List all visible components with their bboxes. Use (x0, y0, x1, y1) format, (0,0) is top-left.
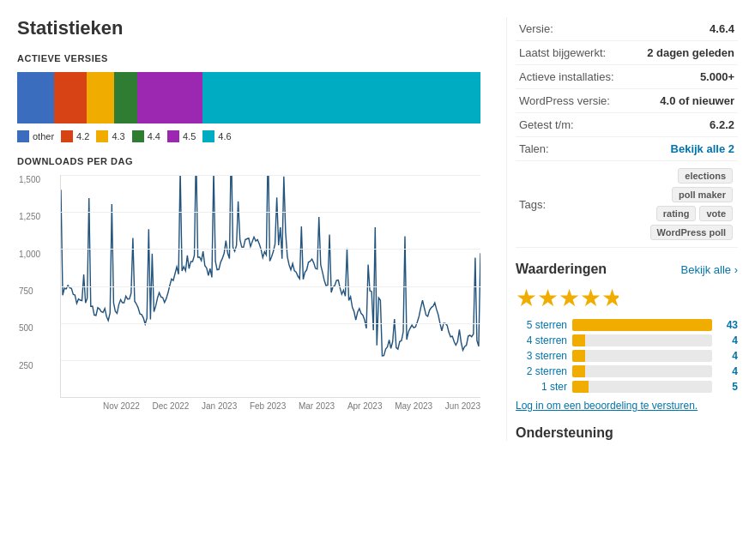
page-title: Statistieken (17, 17, 480, 39)
info-row-getest: Getest t/m: 6.2.2 (516, 113, 738, 137)
legend-dot-4.4 (132, 130, 144, 142)
tag-wordpress-poll[interactable]: WordPress poll (650, 225, 733, 240)
active-versions-title: ACTIEVE VERSIES (17, 53, 480, 63)
rating-row-4-sterren: 4 sterren 4 (516, 334, 738, 346)
ondersteuning-section: Ondersteuning (516, 425, 738, 441)
bar-segment-4.3 (87, 72, 114, 123)
tag-vote[interactable]: vote (699, 206, 733, 221)
rating-label: 5 sterren (516, 319, 567, 331)
grid-line-5 (61, 360, 480, 361)
tags-label: Tags: (516, 161, 636, 248)
versie-value: 4.6.4 (636, 17, 738, 41)
rating-row-2-sterren: 2 sterren 4 (516, 365, 738, 377)
talen-link[interactable]: Bekijk alle 2 (671, 142, 734, 155)
rating-count: 4 (717, 350, 738, 362)
legend-item-4.5: 4.5 (167, 130, 196, 142)
grid-line-6 (61, 397, 480, 398)
legend-item-4.4: 4.4 (132, 130, 160, 142)
rating-count: 4 (717, 334, 738, 346)
rating-bar-fill (572, 350, 585, 362)
rating-label: 3 sterren (516, 350, 567, 362)
grid-lines (61, 175, 480, 397)
legend-item-4.2: 4.2 (61, 130, 89, 142)
legend-item-4.6: 4.6 (202, 130, 231, 142)
grid-line-1 (61, 212, 480, 213)
wp-versie-label: WordPress versie: (516, 89, 636, 113)
bar-segment-4.2 (54, 72, 87, 123)
rating-bar-bg (572, 381, 712, 393)
rating-bar-fill (572, 319, 712, 331)
ratings-section: Waarderingen Bekijk alle › ★★★★★ 5 sterr… (516, 262, 738, 412)
info-row-talen: Talen: Bekijk alle 2 (516, 137, 738, 161)
rating-bar-bg (572, 365, 712, 377)
tags-cell: electionspoll makerratingvoteWordPress p… (636, 161, 738, 248)
legend-item-4.3: 4.3 (96, 130, 124, 142)
info-row-wp-versie: WordPress versie: 4.0 of nieuwer (516, 89, 738, 113)
chart-wrapper: 1,5001,2501,000750500250 Nov 2022Dec 202… (60, 175, 480, 411)
rating-row-3-sterren: 3 sterren 4 (516, 350, 738, 362)
rating-bars: 5 sterren 43 4 sterren 4 3 sterren 4 2 s… (516, 319, 738, 393)
legend-dot-4.6 (202, 130, 214, 142)
downloads-title: DOWNLOADS PER DAG (17, 156, 480, 166)
versie-label: Versie: (516, 17, 636, 41)
y-axis: 1,5001,2501,000750500250 (19, 175, 40, 398)
x-axis: Nov 2022Dec 2022Jan 2023Feb 2023Mar 2023… (103, 401, 480, 411)
info-row-tags: Tags: electionspoll makerratingvoteWordP… (516, 161, 738, 248)
stars-display: ★★★★★ (516, 284, 738, 312)
rating-bar-fill (572, 365, 585, 377)
ratings-title: Waarderingen (516, 262, 607, 277)
talen-label: Talen: (516, 137, 636, 161)
wp-versie-value: 4.0 of nieuwer (636, 89, 738, 113)
bar-segment-4.6 (202, 72, 480, 123)
rating-label: 1 ster (516, 381, 567, 393)
info-table: Versie: 4.6.4 Laatst bijgewerkt: 2 dagen… (516, 17, 738, 248)
getest-value: 6.2.2 (636, 113, 738, 137)
installaties-value: 5.000+ (636, 65, 738, 89)
legend-item-other: other (17, 130, 54, 142)
rating-bar-fill (572, 334, 585, 346)
legend-dot-4.5 (167, 130, 179, 142)
rating-count: 4 (717, 365, 738, 377)
chart-area (60, 175, 480, 398)
rating-row-5-sterren: 5 sterren 43 (516, 319, 738, 331)
info-row-versie: Versie: 4.6.4 (516, 17, 738, 41)
bijgewerkt-value: 2 dagen geleden (636, 41, 738, 65)
bar-segment-4.4 (114, 72, 137, 123)
rating-count: 43 (717, 319, 738, 331)
legend-dot-4.2 (61, 130, 73, 142)
legend-dot-other (17, 130, 29, 142)
info-row-installaties: Actieve installaties: 5.000+ (516, 65, 738, 89)
bijgewerkt-label: Laatst bijgewerkt: (516, 41, 636, 65)
downloads-section: DOWNLOADS PER DAG 1,5001,2501,0007505002… (17, 156, 480, 411)
rating-bar-fill (572, 381, 589, 393)
active-versions-chart: other4.24.34.44.54.6 (17, 72, 480, 142)
chart-legend: other4.24.34.44.54.6 (17, 130, 480, 142)
rating-bar-bg (572, 350, 712, 362)
bar-segment-other (17, 72, 54, 123)
installaties-label: Actieve installaties: (516, 65, 636, 89)
rating-bar-bg (572, 334, 712, 346)
tag-elections[interactable]: elections (678, 168, 733, 184)
rating-row-1-ster: 1 ster 5 (516, 381, 738, 393)
stacked-bar (17, 72, 480, 123)
grid-line-2 (61, 249, 480, 250)
rating-label: 2 sterren (516, 365, 567, 377)
grid-line-3 (61, 286, 480, 287)
grid-line-4 (61, 323, 480, 324)
ratings-header: Waarderingen Bekijk alle › (516, 262, 738, 277)
ratings-view-all-link[interactable]: Bekijk alle › (681, 263, 738, 276)
tag-poll-maker[interactable]: poll maker (672, 187, 733, 202)
rating-bar-bg (572, 319, 712, 331)
grid-line-0 (61, 175, 480, 176)
info-row-bijgewerkt: Laatst bijgewerkt: 2 dagen geleden (516, 41, 738, 65)
rating-label: 4 sterren (516, 334, 567, 346)
login-link[interactable]: Log in om een beoordeling te versturen. (516, 400, 738, 412)
tag-rating[interactable]: rating (656, 206, 697, 221)
ondersteuning-title: Ondersteuning (516, 425, 738, 441)
legend-dot-4.3 (96, 130, 108, 142)
getest-label: Getest t/m: (516, 113, 636, 137)
bar-segment-4.5 (137, 72, 202, 123)
rating-count: 5 (717, 381, 738, 393)
